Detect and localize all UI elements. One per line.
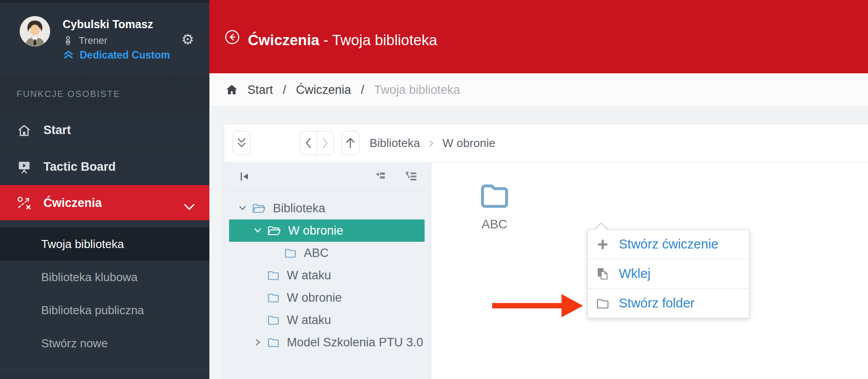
- expand-all-icon[interactable]: [405, 171, 417, 184]
- folder-icon: [284, 248, 297, 258]
- plus-icon: [596, 239, 610, 250]
- folder-icon: [267, 292, 280, 303]
- tactic-board-icon: [17, 160, 32, 174]
- tree-item-w-obronie-selected[interactable]: W obronie: [229, 219, 425, 242]
- menu-item-stworz-cwiczenie[interactable]: Stwórz ćwiczenie: [588, 230, 749, 259]
- sidebar-submenu: Twoja biblioteka Biblioteka klubowa Bibl…: [0, 220, 209, 360]
- context-menu: Stwórz ćwiczenie Wklej Stwórz folder: [587, 229, 749, 318]
- double-chevron-up-icon: [63, 50, 74, 61]
- sidebar-item-label: Tactic Board: [43, 160, 116, 174]
- chevron-down-icon: [183, 200, 195, 214]
- breadcrumb-separator: /: [360, 83, 366, 97]
- chevron-right-icon: [428, 139, 434, 148]
- nav-back-button[interactable]: [300, 131, 317, 155]
- folder-tree-panel: Biblioteka W obronie: [224, 163, 431, 379]
- folder-tree: Biblioteka W obronie: [224, 190, 431, 354]
- tree-item-biblioteka[interactable]: Biblioteka: [224, 197, 431, 219]
- person-icon: [63, 35, 73, 46]
- tree-item-w-ataku-2[interactable]: W ataku: [224, 309, 431, 331]
- tree-item-label: W ataku: [287, 313, 331, 327]
- tree-item-label: Model Szkolenia PTU 3.0: [287, 336, 423, 350]
- folder-icon: [267, 337, 280, 348]
- history-nav-group: [300, 131, 334, 155]
- tree-item-label: ABC: [304, 246, 329, 260]
- sidebar-subitem-twoja-biblioteka[interactable]: Twoja biblioteka: [0, 227, 209, 261]
- tree-header: [224, 163, 431, 190]
- library-toolbar: Biblioteka W obronie: [224, 124, 868, 162]
- red-pointer-arrow: [490, 291, 585, 320]
- folder-tile-abc[interactable]: ABC: [463, 182, 526, 232]
- menu-item-label: Stwórz ćwiczenie: [619, 237, 718, 252]
- breadcrumb-item-current: Twoja biblioteka: [374, 83, 460, 97]
- menu-item-wklej[interactable]: Wklej: [588, 259, 749, 288]
- sidebar-subitem-biblioteka-publiczna[interactable]: Biblioteka publiczna: [0, 294, 209, 327]
- breadcrumb-item-start[interactable]: Start: [247, 83, 273, 97]
- double-chevron-down-icon: [236, 136, 247, 150]
- avatar-illustration: [20, 16, 50, 46]
- tree-item-w-obronie-2[interactable]: W obronie: [224, 286, 431, 309]
- page-header: Ćwiczenia - Twoja biblioteka: [209, 0, 868, 73]
- open-folder-icon: [267, 225, 281, 236]
- folder-icon: [596, 298, 610, 309]
- collapse-sidebar-icon[interactable]: [239, 171, 251, 184]
- gear-icon[interactable]: ⚙: [181, 32, 194, 46]
- menu-item-label: Stwórz folder: [619, 296, 694, 311]
- sidebar-section-label: FUNKCJE OSOBISTE: [0, 76, 209, 112]
- breadcrumb-separator: /: [282, 83, 287, 97]
- sidebar-subitem-label: Twoja biblioteka: [41, 237, 124, 251]
- back-button[interactable]: [225, 29, 240, 45]
- go-up-button[interactable]: [341, 131, 359, 155]
- sidebar: Cybulski Tomasz Trener Dedicated Custom …: [0, 0, 209, 379]
- folder-icon: [267, 315, 280, 325]
- sidebar-subitem-label: Stwórz nowe: [41, 337, 108, 350]
- sidebar-item-cwiczenia[interactable]: Ćwiczenia: [0, 185, 209, 220]
- home-icon: [17, 124, 32, 137]
- sidebar-item-tactic-board[interactable]: Tactic Board: [0, 148, 209, 185]
- user-panel: Cybulski Tomasz Trener Dedicated Custom …: [0, 3, 209, 76]
- chevron-left-icon: [304, 137, 312, 149]
- collapse-all-icon[interactable]: [374, 171, 386, 184]
- app-screen: Cybulski Tomasz Trener Dedicated Custom …: [0, 0, 868, 379]
- sidebar-subitem-label: Biblioteka publiczna: [41, 303, 144, 317]
- menu-item-label: Wklej: [619, 266, 651, 281]
- chevron-down-icon[interactable]: [252, 228, 264, 233]
- sidebar-divider: [0, 369, 209, 370]
- chevron-down-icon[interactable]: [237, 206, 248, 211]
- user-name: Cybulski Tomasz: [63, 18, 153, 31]
- back-circle-icon: [225, 29, 240, 45]
- user-plan-row[interactable]: Dedicated Custom: [63, 49, 170, 61]
- breadcrumb-item-cwiczenia[interactable]: Ćwiczenia: [296, 83, 351, 97]
- tree-item-label: W ataku: [287, 269, 331, 282]
- big-folder-icon: [479, 182, 510, 208]
- avatar[interactable]: [20, 16, 50, 46]
- user-role-row: Trener: [63, 35, 107, 46]
- collapse-panel-button[interactable]: [233, 131, 251, 155]
- page-title: Ćwiczenia - Twoja biblioteka: [248, 32, 437, 49]
- user-plan: Dedicated Custom: [80, 49, 170, 61]
- home-icon[interactable]: [225, 84, 238, 96]
- path-item-current: W obronie: [443, 136, 496, 150]
- tree-item-abc[interactable]: ABC: [224, 242, 431, 264]
- nav-forward-button[interactable]: [317, 131, 334, 155]
- tree-item-label: W obronie: [287, 291, 342, 305]
- exercises-tactics-icon: [17, 196, 32, 210]
- path-item-biblioteka[interactable]: Biblioteka: [370, 136, 420, 150]
- sidebar-subitem-biblioteka-klubowa[interactable]: Biblioteka klubowa: [0, 261, 209, 294]
- location-path: Biblioteka W obronie: [370, 124, 495, 162]
- folder-icon: [267, 270, 280, 281]
- tree-item-w-ataku-1[interactable]: W ataku: [224, 264, 431, 286]
- paste-icon: [596, 267, 610, 281]
- sidebar-subitem-stworz-nowe[interactable]: Stwórz nowe: [0, 327, 209, 360]
- sidebar-item-start[interactable]: Start: [0, 112, 209, 148]
- breadcrumb: Start / Ćwiczenia / Twoja biblioteka: [209, 73, 868, 107]
- folder-tile-label: ABC: [463, 217, 526, 232]
- sidebar-item-label: Start: [43, 123, 71, 137]
- sidebar-subitem-label: Biblioteka klubowa: [41, 270, 137, 284]
- chevron-right-icon[interactable]: [252, 338, 264, 346]
- tree-item-model-szkolenia[interactable]: Model Szkolenia PTU 3.0: [224, 331, 431, 354]
- menu-item-stworz-folder[interactable]: Stwórz folder: [588, 289, 749, 318]
- library-panel: Biblioteka W obronie: [224, 124, 868, 379]
- open-folder-icon: [252, 203, 266, 214]
- arrow-up-icon: [345, 136, 356, 150]
- tree-item-label: Biblioteka: [273, 202, 325, 215]
